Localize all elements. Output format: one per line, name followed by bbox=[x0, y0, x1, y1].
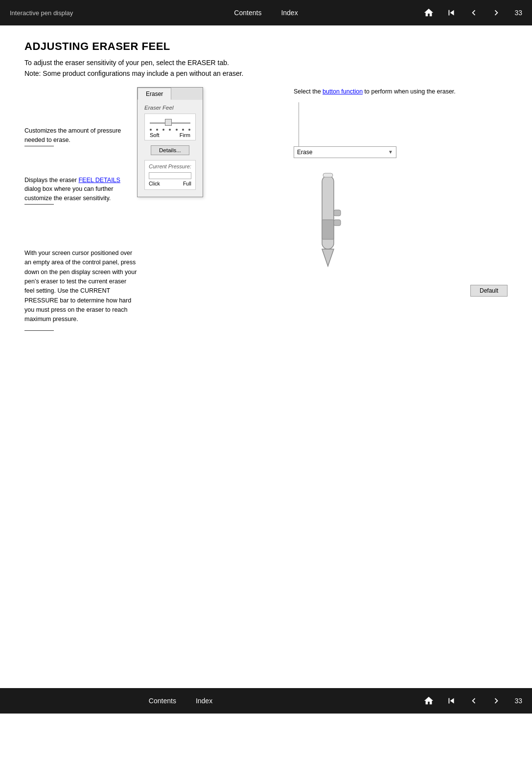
svg-rect-3 bbox=[334, 210, 341, 216]
contents-link-bottom[interactable]: Contents bbox=[149, 697, 176, 705]
home-icon[interactable] bbox=[420, 4, 437, 21]
erase-value: Erase bbox=[297, 149, 312, 156]
default-button[interactable]: Default bbox=[470, 285, 508, 297]
dot-4 bbox=[169, 129, 171, 131]
bottom-next-icon[interactable] bbox=[488, 692, 505, 709]
svg-rect-4 bbox=[334, 220, 341, 226]
annotation-3-connector bbox=[24, 330, 54, 331]
current-pressure-label: Current Pressure: bbox=[149, 163, 191, 169]
page-number-bottom: 33 bbox=[514, 697, 522, 705]
right-connector bbox=[294, 102, 508, 146]
svg-marker-2 bbox=[322, 249, 334, 266]
annotation-1-block: Customizes the amount of pressure needed… bbox=[24, 126, 137, 146]
annotation-2-line bbox=[24, 204, 137, 205]
annotations-column: Customizes the amount of pressure needed… bbox=[24, 87, 137, 331]
button-function-link[interactable]: button function bbox=[323, 88, 363, 95]
next-page-icon[interactable] bbox=[488, 4, 505, 21]
eraser-feel-slider-area: Soft Firm bbox=[144, 114, 196, 140]
empty-space bbox=[24, 365, 508, 659]
pen-illustration bbox=[308, 171, 347, 278]
right-vertical-line bbox=[299, 102, 299, 146]
right-annotation-text: Select the button function to perform wh… bbox=[294, 87, 508, 96]
feel-details-link[interactable]: FEEL DETAILS bbox=[78, 177, 120, 184]
bottom-navigation-bar: Contents Index 33 bbox=[0, 688, 532, 714]
slider-input-row[interactable] bbox=[150, 118, 190, 128]
eraser-dialog: Eraser Eraser Feel bbox=[137, 87, 203, 197]
contents-link-top[interactable]: Contents bbox=[234, 9, 261, 17]
svg-rect-5 bbox=[323, 173, 333, 177]
dot-6 bbox=[182, 129, 184, 131]
dot-5 bbox=[176, 129, 178, 131]
bottom-first-icon[interactable] bbox=[443, 692, 460, 709]
click-label: Click bbox=[149, 181, 160, 186]
annotation-2-text: Displays the eraser FEEL DETAILS dialog … bbox=[24, 176, 137, 203]
center-column: Eraser Eraser Feel bbox=[137, 87, 284, 331]
annotation-1-connector bbox=[24, 146, 54, 146]
right-column: Select the button function to perform wh… bbox=[284, 87, 508, 331]
diagram-wrapper: Customizes the amount of pressure needed… bbox=[24, 87, 508, 331]
dot-1 bbox=[150, 129, 152, 131]
dot-3 bbox=[162, 129, 164, 131]
dropdown-arrow-icon: ▼ bbox=[388, 149, 393, 155]
page-title: ADJUSTING ERASER FEEL bbox=[24, 40, 508, 53]
pen-illustration-container bbox=[308, 171, 508, 280]
annotation-1-text: Customizes the amount of pressure needed… bbox=[24, 126, 137, 145]
eraser-feel-slider[interactable] bbox=[150, 122, 190, 124]
top-nav-links[interactable]: Contents Index bbox=[138, 9, 394, 17]
bottom-prev-icon[interactable] bbox=[465, 692, 482, 709]
bottom-nav-links[interactable]: Contents Index bbox=[10, 697, 351, 705]
details-button-container: Details... bbox=[144, 145, 196, 155]
index-link-bottom[interactable]: Index bbox=[196, 697, 212, 705]
erase-area: Erase ▼ bbox=[294, 146, 508, 161]
default-button-row: Default bbox=[294, 285, 508, 297]
bottom-padding bbox=[24, 331, 508, 365]
slider-labels: Soft Firm bbox=[150, 132, 190, 138]
dot-2 bbox=[156, 129, 158, 131]
intro-text: To adjust the eraser sensitivity of your… bbox=[24, 59, 508, 67]
slider-thumb[interactable] bbox=[165, 119, 172, 126]
annotation-3-line bbox=[24, 325, 137, 331]
bottom-home-icon[interactable] bbox=[420, 692, 437, 709]
dialog-title-bar: Eraser bbox=[138, 88, 203, 100]
annotation-3-block: With your screen cursor positioned over … bbox=[24, 244, 137, 331]
erase-dropdown[interactable]: Erase ▼ bbox=[294, 146, 396, 158]
dot-7 bbox=[188, 129, 190, 131]
annotation-2-connector bbox=[24, 204, 54, 205]
svg-rect-1 bbox=[322, 220, 334, 239]
main-content: ADJUSTING ERASER FEEL To adjust the eras… bbox=[0, 25, 532, 673]
annotation-1-line bbox=[24, 146, 137, 146]
prev-page-icon[interactable] bbox=[465, 4, 482, 21]
annotation-2-block: Displays the eraser FEEL DETAILS dialog … bbox=[24, 176, 137, 205]
dialog-inner: Eraser Feel bbox=[138, 100, 203, 197]
annotation-3-text: With your screen cursor positioned over … bbox=[24, 244, 137, 324]
eraser-tab[interactable]: Eraser bbox=[138, 88, 171, 100]
firm-label: Firm bbox=[180, 132, 190, 138]
bottom-nav-icons[interactable]: 33 bbox=[351, 692, 522, 709]
top-navigation-bar: Interactive pen display Contents Index 3… bbox=[0, 0, 532, 25]
details-button[interactable]: Details... bbox=[151, 145, 189, 155]
pressure-bar bbox=[149, 172, 191, 179]
pressure-bar-labels: Click Full bbox=[149, 181, 191, 186]
first-page-icon[interactable] bbox=[443, 4, 460, 21]
top-nav-icons[interactable]: 33 bbox=[394, 4, 522, 21]
index-link-top[interactable]: Index bbox=[281, 9, 298, 17]
current-pressure-section: Current Pressure: Click Full bbox=[144, 160, 196, 190]
feel-label: Eraser Feel bbox=[144, 105, 196, 111]
slider-dots-row bbox=[150, 129, 190, 131]
full-label: Full bbox=[183, 181, 191, 186]
page-number-top: 33 bbox=[514, 9, 522, 17]
app-title: Interactive pen display bbox=[10, 9, 138, 17]
note-text: Note: Some product configurations may in… bbox=[24, 69, 508, 77]
soft-label: Soft bbox=[150, 132, 160, 138]
